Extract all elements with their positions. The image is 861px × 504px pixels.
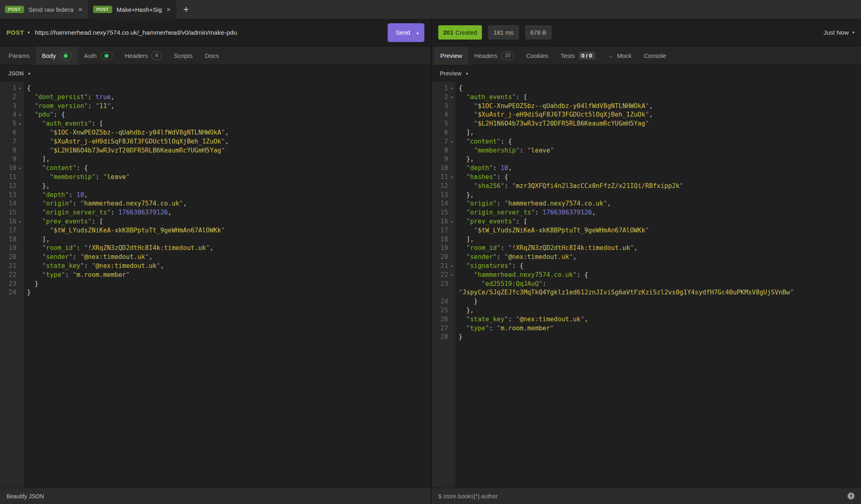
send-button[interactable]: Send xyxy=(388,23,424,42)
fold-caret-icon[interactable]: ▾ xyxy=(16,119,24,128)
method-select[interactable]: POST xyxy=(7,29,30,36)
request-tab-body[interactable]: Body xyxy=(36,46,78,65)
fold-spacer xyxy=(448,324,455,333)
gutter: 8 xyxy=(0,146,24,155)
fold-spacer xyxy=(448,102,455,111)
response-tab-headers[interactable]: Headers10 xyxy=(468,46,520,65)
code-text: ], xyxy=(24,155,431,164)
request-footer: Beautify JSON xyxy=(0,488,431,504)
code-line: 16▾ "prev_events": [ xyxy=(0,217,431,226)
fold-caret-icon[interactable]: ▾ xyxy=(16,111,24,119)
fold-caret-icon[interactable]: ▾ xyxy=(448,262,455,271)
code-line: 8 "$L2H1N6O4b73wR3vzT20DFR5RLB6KeaumRcYU… xyxy=(0,146,431,155)
code-line: 21▾ "signatures": { xyxy=(432,262,861,271)
line-number: 15 xyxy=(433,208,448,217)
code-text: } xyxy=(24,288,431,297)
code-line: 10 "depth": 10, xyxy=(432,164,861,173)
subtab-label: Scripts xyxy=(174,52,193,59)
fold-spacer xyxy=(448,119,455,128)
subtab-label: Tests xyxy=(561,52,575,59)
code-text: "depth": 10, xyxy=(24,191,431,200)
response-tab-tests[interactable]: Tests0 / 0 xyxy=(555,46,601,65)
enabled-dot-badge xyxy=(100,52,113,60)
code-text: "$XuAstr_j-eH9diSqF8J6T3FGDUct5lOqXjBeh_… xyxy=(24,137,431,146)
request-tab-headers[interactable]: Headers4 xyxy=(119,46,168,65)
close-tab-icon[interactable] xyxy=(166,6,171,13)
code-line: 7 "$XuAstr_j-eH9diSqF8J6T3FGDUct5lOqXjBe… xyxy=(0,137,431,146)
code-text: { xyxy=(24,84,431,93)
response-history-select[interactable]: Just Now xyxy=(823,29,854,36)
fold-caret-icon[interactable]: ▾ xyxy=(448,271,455,280)
subtab-label: Auth xyxy=(84,52,97,59)
code-line: 19 "room_id": "!XRqZN3zQD2dtHc8I4k:timed… xyxy=(432,244,861,253)
gutter: 1▾ xyxy=(432,84,455,93)
view-mode-select[interactable]: Preview xyxy=(432,65,861,82)
response-tab-preview[interactable]: Preview xyxy=(434,46,468,65)
close-tab-icon[interactable] xyxy=(78,6,82,13)
fold-spacer xyxy=(16,235,24,244)
code-text: "membership": "leave" xyxy=(455,146,861,155)
code-text: }, xyxy=(455,155,861,164)
send-options-button[interactable] xyxy=(410,29,424,36)
fold-caret-icon[interactable]: ▾ xyxy=(16,217,24,226)
fold-spacer xyxy=(16,182,24,191)
gutter: 9 xyxy=(0,155,24,164)
response-tab-cookies[interactable]: Cookies xyxy=(520,46,554,65)
line-number: 16 xyxy=(433,217,448,226)
new-tab-button[interactable] xyxy=(176,0,196,19)
line-number: 8 xyxy=(1,146,16,155)
tab-title: Make+Hash+Sign… xyxy=(117,6,162,13)
fold-caret-icon[interactable]: ▾ xyxy=(448,217,455,226)
line-number: 19 xyxy=(1,244,16,253)
code-text: "depth": 10, xyxy=(455,164,861,173)
line-number: 9 xyxy=(433,155,448,164)
request-tab-params[interactable]: Params xyxy=(2,46,36,65)
chevron-down-icon xyxy=(417,31,419,35)
fold-caret-icon[interactable]: ▾ xyxy=(16,164,24,173)
gutter: 7 xyxy=(0,137,24,146)
request-tab[interactable]: POSTMake+Hash+Sign… xyxy=(88,0,176,19)
line-number: 21 xyxy=(433,262,448,271)
request-tab-docs[interactable]: Docs xyxy=(199,46,225,65)
request-tab-auth[interactable]: Auth xyxy=(78,46,119,65)
fold-caret-icon[interactable]: ▾ xyxy=(448,93,455,102)
fold-spacer xyxy=(16,244,24,253)
code-text: "type": "m.room.member" xyxy=(24,271,431,280)
response-tab-mock[interactable]: →Mock xyxy=(601,46,638,65)
gutter: 4 xyxy=(432,111,455,119)
code-line: 2▾ "auth_events": [ xyxy=(432,93,861,102)
fold-caret-icon[interactable]: ▾ xyxy=(448,173,455,182)
gutter: 20 xyxy=(432,253,455,262)
code-text: "$tW_LYudsZNiKeA-xkK8BPptuTt_9geWHmAn67A… xyxy=(24,226,431,235)
code-line: 12 }, xyxy=(0,182,431,191)
request-tab-scripts[interactable]: Scripts xyxy=(168,46,199,65)
code-text: "prev_events": [ xyxy=(455,217,861,226)
fold-spacer xyxy=(16,280,24,289)
gutter: 19 xyxy=(432,244,455,253)
gutter: 20 xyxy=(0,253,24,262)
gutter: 9 xyxy=(432,155,455,164)
fold-spacer xyxy=(16,137,24,146)
gutter: 22▾ xyxy=(432,271,455,280)
code-line: 4 "$XuAstr_j-eH9diSqF8J6T3FGDUct5lOqXjBe… xyxy=(432,111,861,119)
response-tab-console[interactable]: Console xyxy=(638,46,672,65)
url-input[interactable]: https://hammerhead.nexy7574.co.uk/_hamme… xyxy=(35,29,388,36)
body-type-select[interactable]: JSON xyxy=(0,65,431,82)
jsonpath-filter-input[interactable] xyxy=(438,493,848,500)
fold-spacer xyxy=(448,333,455,342)
line-number: 2 xyxy=(433,93,448,102)
fold-caret-icon[interactable]: ▾ xyxy=(448,137,455,146)
code-line: 20 "sender": "@nex:timedout.uk", xyxy=(432,253,861,262)
fold-caret-icon[interactable]: ▾ xyxy=(448,84,455,93)
line-number: 13 xyxy=(433,191,448,200)
subtab-label: Params xyxy=(9,52,30,59)
beautify-json-button[interactable]: Beautify JSON xyxy=(7,493,44,500)
request-code-area[interactable]: 1▾{2 "dont_persist": true,3 "room_versio… xyxy=(0,82,431,488)
help-icon[interactable] xyxy=(848,493,854,500)
fold-caret-icon[interactable]: ▾ xyxy=(16,84,24,93)
request-tab[interactable]: POSTSend raw federati… xyxy=(0,0,88,19)
code-line: 17 "$tW_LYudsZNiKeA-xkK8BPptuTt_9geWHmAn… xyxy=(432,226,861,235)
gutter: 27 xyxy=(432,324,455,333)
line-number: 23 xyxy=(1,280,16,289)
chevron-down-icon xyxy=(28,71,30,76)
